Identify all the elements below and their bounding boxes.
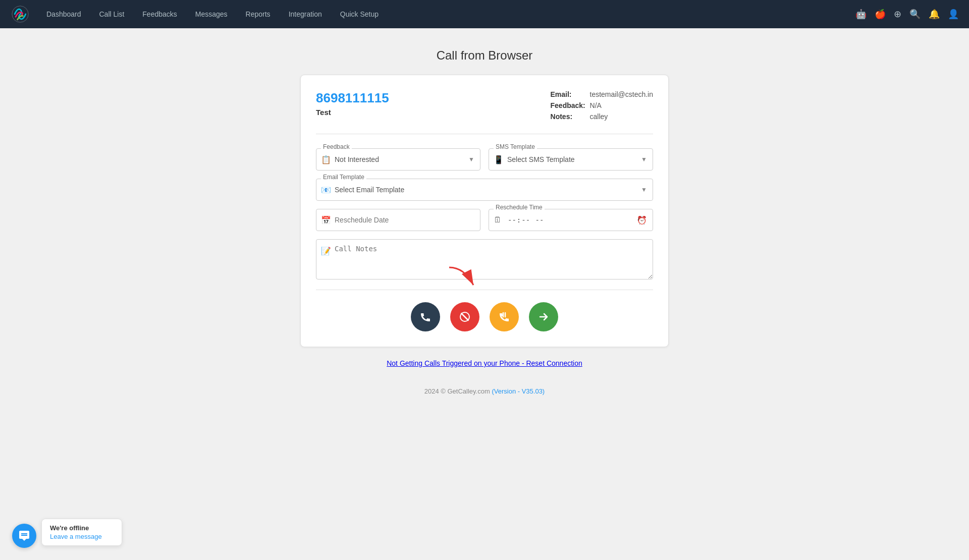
call-notes-group: 📝 <box>316 239 653 282</box>
stop-button[interactable] <box>450 302 479 331</box>
email-row: Email: testemail@cstech.in <box>551 90 653 98</box>
nav-messages[interactable]: Messages <box>187 6 236 22</box>
reschedule-row: 📅 Reschedule Time 🗓 ⏰ <box>316 209 653 231</box>
feedback-select[interactable]: Not Interested Interested Callback No An… <box>316 148 480 171</box>
reschedule-date-input[interactable] <box>316 209 480 231</box>
reset-link-container: Not Getting Calls Triggered on your Phon… <box>387 359 582 367</box>
call-notes-textarea[interactable] <box>316 239 653 279</box>
apple-icon[interactable]: 🍎 <box>875 9 886 20</box>
email-value: testemail@cstech.in <box>590 90 653 98</box>
contact-right: Email: testemail@cstech.in Feedback: N/A… <box>551 90 653 124</box>
search-icon[interactable]: 🔍 <box>909 9 921 20</box>
footer-text: 2024 © GetCalley.com <box>424 387 490 395</box>
call-card: 8698111115 Test Email: testemail@cstech.… <box>300 75 669 347</box>
user-icon[interactable]: 👤 <box>948 9 959 20</box>
email-template-group: Email Template 📧 Select Email Template ▼ <box>316 179 653 201</box>
bell-icon[interactable]: 🔔 <box>929 9 940 20</box>
feedback-row: Feedback: N/A <box>551 101 653 109</box>
notes-row: Notes: calley <box>551 113 653 121</box>
nav-reports[interactable]: Reports <box>238 6 279 22</box>
email-template-label: Email Template <box>321 174 366 181</box>
help-icon[interactable]: ⊕ <box>894 9 901 20</box>
chat-widget: We're offline Leave a message <box>12 519 122 548</box>
hold-button[interactable] <box>490 302 519 331</box>
sms-template-select[interactable]: Select SMS Template <box>489 148 653 171</box>
android-icon[interactable]: 🤖 <box>855 9 867 20</box>
call-notes-row: 📝 <box>316 239 653 282</box>
chat-leave-message[interactable]: Leave a message <box>50 533 114 540</box>
sms-template-group: SMS Template 📱 Select SMS Template ▼ <box>489 148 653 171</box>
actions-section <box>316 290 653 331</box>
page-title: Call from Browser <box>437 48 533 63</box>
navigation: Dashboard Call List Feedbacks Messages R… <box>0 0 969 28</box>
nav-icons: 🤖 🍎 ⊕ 🔍 🔔 👤 <box>855 9 959 20</box>
nav-quicksetup[interactable]: Quick Setup <box>332 6 387 22</box>
svg-line-3 <box>461 313 469 321</box>
next-button[interactable] <box>529 302 558 331</box>
email-template-select[interactable]: Select Email Template <box>316 179 653 201</box>
notes-label: Notes: <box>551 113 586 121</box>
contact-left: 8698111115 Test <box>316 90 389 117</box>
sms-field-label: SMS Template <box>494 143 537 150</box>
chat-popup: We're offline Leave a message <box>41 519 122 546</box>
chat-offline-text: We're offline <box>50 524 114 532</box>
nav-integration[interactable]: Integration <box>281 6 330 22</box>
email-template-row: Email Template 📧 Select Email Template ▼ <box>316 179 653 201</box>
reschedule-time-label: Reschedule Time <box>494 204 545 211</box>
feedback-sms-row: Feedback 📋 Not Interested Interested Cal… <box>316 148 653 171</box>
reschedule-time-input[interactable] <box>489 209 653 231</box>
feedback-value: N/A <box>590 101 602 109</box>
chat-button[interactable] <box>12 524 36 548</box>
footer-version[interactable]: (Version - V35.03) <box>492 387 545 395</box>
reschedule-time-group: Reschedule Time 🗓 ⏰ <box>489 209 653 231</box>
feedback-group: Feedback 📋 Not Interested Interested Cal… <box>316 148 480 171</box>
contact-phone: 8698111115 <box>316 90 389 106</box>
email-label: Email: <box>551 90 586 98</box>
reset-connection-link[interactable]: Not Getting Calls Triggered on your Phon… <box>387 359 582 367</box>
page-footer: 2024 © GetCalley.com (Version - V35.03) <box>424 387 545 395</box>
notes-value: calley <box>590 113 608 121</box>
feedback-field-label: Feedback <box>321 143 352 150</box>
nav-calllist[interactable]: Call List <box>91 6 133 22</box>
nav-feedbacks[interactable]: Feedbacks <box>134 6 185 22</box>
feedback-label: Feedback: <box>551 101 586 109</box>
nav-links: Dashboard Call List Feedbacks Messages R… <box>38 6 855 22</box>
call-button[interactable] <box>411 302 440 331</box>
contact-section: 8698111115 Test Email: testemail@cstech.… <box>316 90 653 134</box>
contact-name: Test <box>316 108 389 117</box>
logo[interactable] <box>10 4 30 24</box>
main-content: Call from Browser 8698111115 Test Email:… <box>0 28 969 415</box>
nav-dashboard[interactable]: Dashboard <box>38 6 89 22</box>
reschedule-date-group: 📅 <box>316 209 480 231</box>
